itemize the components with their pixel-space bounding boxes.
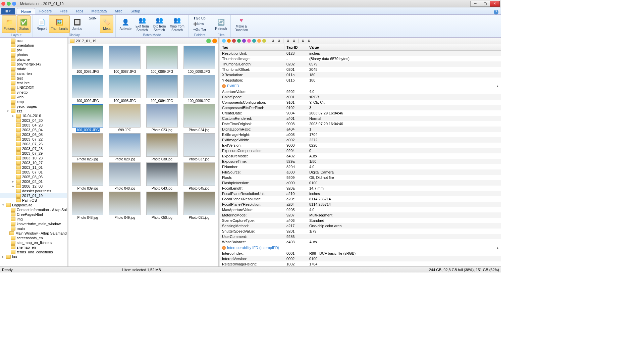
meta-row[interactable]: DigitalZoomRatio:a4041 xyxy=(220,127,501,132)
meta-row[interactable]: ThumbnailImage:-(Binary data 6579 bytes) xyxy=(220,56,501,61)
tree-item[interactable]: Main Window - Altap Salamand xyxy=(0,231,67,236)
thumbnail[interactable]: 100_0094.JPG xyxy=(144,75,180,103)
filter-dot[interactable] xyxy=(232,39,236,43)
tree-item[interactable]: 2003_07_26 xyxy=(0,142,67,146)
tree-item[interactable]: site_map_en_fichiers xyxy=(0,240,67,245)
tree-item[interactable]: 2003_07_29 xyxy=(0,151,67,156)
meta-row[interactable]: UserComment:9286 xyxy=(220,234,501,239)
tree-item[interactable]: 2005_07_01 xyxy=(0,170,67,174)
filter-dot[interactable] xyxy=(252,39,256,43)
meta-row[interactable]: ResolutionUnit:0128inches xyxy=(220,51,501,56)
tool-icon[interactable]: ⚙ xyxy=(285,39,290,43)
metadata-body[interactable]: ResolutionUnit:0128inchesThumbnailImage:… xyxy=(220,51,501,266)
thumbnail[interactable]: 100_0092.JPG xyxy=(70,75,106,103)
tree-item[interactable]: UNICODE xyxy=(0,85,67,90)
meta-row[interactable]: FlashpixVersion:a0000100 xyxy=(220,180,501,186)
thumbnail[interactable]: 100_0097.JPG xyxy=(70,104,106,132)
meta-row[interactable]: FocalLength:920a14.7 mm xyxy=(220,186,501,191)
tree-item[interactable]: polymerge-142 xyxy=(0,62,67,66)
tree-item[interactable]: orientation xyxy=(0,43,67,48)
thumbnail[interactable]: Photo 043.jpg xyxy=(144,162,180,190)
thumbnail[interactable]: Photo 048.jpg xyxy=(70,192,106,219)
meta-row[interactable]: FocalPlaneResolutionUnit:a210inches xyxy=(220,191,501,196)
collapse-icon[interactable]: ▴ xyxy=(497,84,498,88)
meta-row[interactable]: InteropIndex:0001R98 - DCF basic file (s… xyxy=(220,251,501,256)
app-menu-button[interactable]: ▦ ▾ xyxy=(1,8,15,14)
thumbnail[interactable]: Photo 026.jpg xyxy=(70,133,106,161)
tool-icon[interactable]: ⚙ xyxy=(301,39,305,43)
tree-item[interactable]: test iptc xyxy=(0,81,67,85)
tree-item[interactable]: Palm OS xyxy=(0,198,67,203)
filter-dot[interactable] xyxy=(222,39,226,43)
meta-row[interactable]: DateTimeOriginal:90032003:07:29 16:04:46 xyxy=(220,121,501,127)
meta-row[interactable]: FNumber:829d4.0 xyxy=(220,164,501,169)
tree-item[interactable]: terms_and_conditions xyxy=(0,250,67,254)
thumbnail[interactable]: 100_0089.JPG xyxy=(144,46,180,73)
tree-item[interactable]: rotate xyxy=(0,66,67,71)
tree-item[interactable]: 2003_04_20 xyxy=(0,118,67,123)
maximize-button[interactable]: ▢ xyxy=(480,1,490,7)
thumbnail[interactable]: Photo 051.jpg xyxy=(181,192,217,219)
report-button[interactable]: 📄Report xyxy=(35,15,48,33)
meta-row[interactable]: ExifImageHeight:a0031704 xyxy=(220,132,501,137)
tree-item[interactable]: web xyxy=(0,95,67,99)
tree-item[interactable]: xmp xyxy=(0,99,67,104)
tree-item[interactable]: sitemap_en xyxy=(0,245,67,250)
donation-button[interactable]: ♥Make a Donation xyxy=(233,15,250,33)
meta-row[interactable]: CreateDate:90042003:07:29 16:04:46 xyxy=(220,110,501,116)
tool-icon[interactable]: ⚙ xyxy=(270,39,275,43)
filter-dot[interactable] xyxy=(247,39,251,43)
goup-button[interactable]: ⬆ Go Up xyxy=(192,15,208,21)
tree-item[interactable]: 2003_07_28 xyxy=(0,146,67,151)
tool-icon[interactable]: ⚙ xyxy=(307,39,311,43)
meta-row[interactable]: ExposureMode:a402Auto xyxy=(220,153,501,159)
tab-metadata[interactable]: Metadata xyxy=(88,8,111,14)
xmp-scratch-button[interactable]: 👥Xmp from Scratch xyxy=(168,15,186,33)
filter-dot[interactable] xyxy=(262,39,266,43)
meta-row[interactable]: WhiteBalance:a403Auto xyxy=(220,239,501,245)
meta-row[interactable]: XResolution:011a180 xyxy=(220,72,501,78)
activate-button[interactable]: 👤Activate xyxy=(118,15,133,33)
filter-dot[interactable] xyxy=(227,39,231,43)
tree-item[interactable]: vinetto xyxy=(0,90,67,95)
goto-button[interactable]: ➡ Go To ▾ xyxy=(192,27,208,32)
meta-row[interactable]: ExifImageWidth:a0022272 xyxy=(220,137,501,143)
meta-row[interactable]: CompressedBitsPerPixel:91023 xyxy=(220,105,501,110)
iptc-scratch-button[interactable]: 👥Iptc from Scratch xyxy=(151,15,167,33)
tree-item[interactable]: ▾zzz xyxy=(0,109,67,113)
thumbnail[interactable]: Photo 023.jpg xyxy=(144,104,180,132)
filter-dot[interactable] xyxy=(242,39,246,43)
folders-button[interactable]: 📁Folders xyxy=(2,15,16,33)
tree-item[interactable]: 2003_10_27 xyxy=(0,160,67,165)
tree-item[interactable]: 2003_11_01 xyxy=(0,165,67,170)
thumbnail[interactable]: 100_0086.JPG xyxy=(70,46,106,73)
meta-row[interactable]: ThumbnailLength:02026579 xyxy=(220,61,501,67)
exif-scratch-button[interactable]: 👥Exif from Scratch xyxy=(134,15,150,33)
thumbnail[interactable]: Photo 050.jpg xyxy=(144,192,180,219)
meta-row[interactable]: ApertureValue:92024.0 xyxy=(220,89,501,94)
col-id[interactable]: Tag-ID xyxy=(284,44,307,50)
thumbnail[interactable]: Photo 029.jpg xyxy=(107,133,143,161)
tree-item[interactable]: 2017_01_19 xyxy=(0,193,67,198)
tree-item[interactable]: 2003_10_23 xyxy=(0,156,67,160)
refresh-button[interactable]: 🔄Refresh xyxy=(213,15,228,33)
tree-item[interactable]: photos xyxy=(0,52,67,57)
thumbnail[interactable]: Photo 039.jpg xyxy=(70,162,106,190)
meta-row[interactable]: RelatedImageHeight:10021704 xyxy=(220,261,501,266)
thumbnail[interactable]: Photo 040.jpg xyxy=(107,162,143,190)
thumbnail[interactable]: 100_0096.JPG xyxy=(181,75,217,103)
meta-row[interactable]: ThumbnailOffset:02012048 xyxy=(220,67,501,72)
meta-button[interactable]: 🏷️Meta xyxy=(100,15,113,33)
meta-row[interactable]: SceneCaptureType:a406Standard xyxy=(220,218,501,223)
tree-item[interactable]: ▸10-04-2016 xyxy=(0,113,67,118)
tree-item[interactable]: ▾LogipoleSite xyxy=(0,203,67,207)
tab-tabs[interactable]: Tabs xyxy=(71,8,87,14)
tab-files[interactable]: Files xyxy=(56,8,71,14)
tree-item[interactable]: yeux rouges xyxy=(0,104,67,109)
meta-row[interactable]: ShutterSpeedValue:92011/79 xyxy=(220,229,501,234)
tab-folders[interactable]: Folders xyxy=(35,8,56,14)
thumbnails-button[interactable]: 🖼️Thumbnails xyxy=(49,15,70,33)
tree-item[interactable]: konvertorfm_main_window xyxy=(0,221,67,226)
tree-item[interactable]: 2005_08_06 xyxy=(0,174,67,179)
meta-row[interactable]: Flash:9209Off, Did not fire xyxy=(220,175,501,180)
